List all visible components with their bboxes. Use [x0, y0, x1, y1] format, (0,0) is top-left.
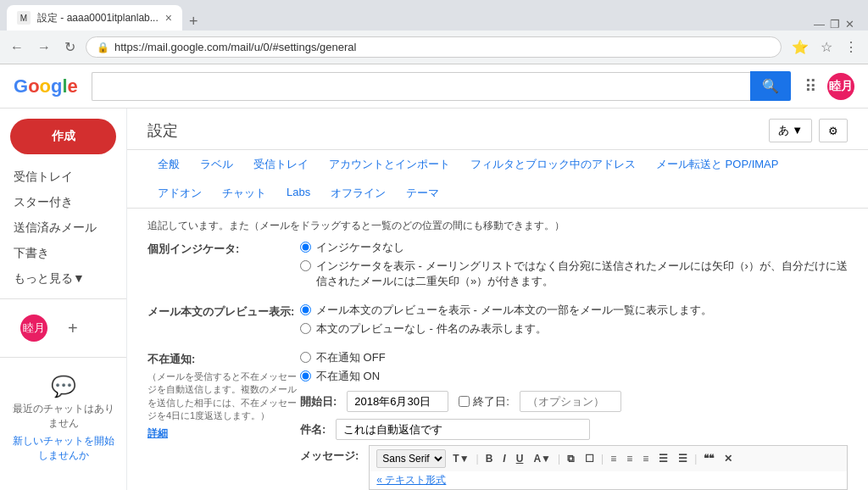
toolbar-sep-2: |: [558, 453, 560, 465]
tab-offline[interactable]: オフライン: [320, 179, 396, 208]
browser-nav: ← → ↻ 🔒 https://mail.google.com/mail/u/0…: [0, 31, 868, 64]
font-color-btn[interactable]: A▼: [530, 451, 554, 466]
address-bar[interactable]: 🔒 https://mail.google.com/mail/u/0/#sett…: [86, 36, 782, 58]
sidebar-item-inbox[interactable]: 受信トレイ: [0, 164, 126, 190]
end-date-checkbox[interactable]: [459, 396, 470, 407]
sidebar-item-drafts[interactable]: 下書き: [0, 241, 126, 266]
preview-row: メール本文のプレビュー表示: メール本文のプレビューを表示 - メール本文の一部…: [147, 303, 848, 337]
indicator-option-none[interactable]: インジケータなし: [300, 240, 848, 255]
bold-btn[interactable]: B: [482, 451, 497, 466]
sidebar-user-avatar: 睦月: [20, 315, 47, 342]
subject-label: 件名:: [300, 422, 326, 437]
indent-btn[interactable]: ☰: [655, 451, 671, 466]
gmail-header: Google 🔍 ⠿ 睦月: [0, 64, 868, 109]
format-link-row: « テキスト形式: [369, 471, 848, 489]
new-tab-button[interactable]: +: [189, 13, 198, 31]
settings-header: 設定 あ ▼ ⚙: [127, 109, 868, 150]
settings-title: 設定: [147, 120, 178, 141]
tab-inbox[interactable]: 受信トレイ: [243, 150, 319, 179]
underline-btn[interactable]: U: [513, 451, 527, 466]
tab-accounts[interactable]: アカウントとインポート: [319, 150, 460, 179]
vacation-off[interactable]: 不在通知 OFF: [300, 350, 848, 365]
preview-options: メール本文のプレビューを表示 - メール本文の一部をメール一覧に表示します。 本…: [300, 303, 848, 337]
message-section: メッセージ: Sans Serif T▼ | B: [300, 445, 848, 490]
chat-empty-text: 最近のチャットはありません: [10, 402, 116, 431]
reload-button[interactable]: ↻: [61, 36, 79, 58]
vacation-settings: 不在通知 OFF 不在通知 ON 開始日:: [300, 350, 848, 490]
compose-button[interactable]: 作成: [10, 119, 116, 154]
ordered-list-btn[interactable]: ≡: [639, 451, 652, 466]
tab-title: 設定 - aaaa0001itplanlab...: [37, 11, 159, 25]
tab-filters[interactable]: フィルタとブロック中のアドレス: [460, 150, 646, 179]
tab-labs[interactable]: Labs: [276, 179, 320, 208]
close-window-btn[interactable]: ✕: [845, 18, 854, 31]
sidebar-item-more[interactable]: もっと見る▼: [0, 266, 126, 292]
indicator-options: インジケータなし インジケータを表示 - メーリングリストではなく自分宛に送信さ…: [300, 240, 848, 289]
add-account-btn[interactable]: +: [58, 315, 88, 342]
search-button[interactable]: 🔍: [750, 71, 791, 101]
unordered-list-btn[interactable]: ≡: [623, 451, 636, 466]
sidebar-item-sent[interactable]: 送信済みメール: [0, 215, 126, 241]
apps-icon[interactable]: ⠿: [804, 76, 817, 97]
search-input[interactable]: [92, 72, 750, 101]
italic-btn[interactable]: I: [499, 451, 509, 466]
tab-theme[interactable]: テーマ: [396, 179, 449, 208]
url-text: https://mail.google.com/mail/u/0/#settin…: [114, 41, 771, 53]
tab-addons[interactable]: アドオン: [147, 179, 212, 208]
preview-option-show[interactable]: メール本文のプレビューを表示 - メール本文の一部をメール一覧に表示します。: [300, 303, 848, 318]
sidebar: 作成 受信トレイ スター付き 送信済みメール 下書き もっと見る▼ 睦月: [0, 109, 127, 490]
sidebar-user[interactable]: 睦月: [10, 309, 58, 347]
vacation-on[interactable]: 不在通知 ON: [300, 369, 848, 384]
preview-option-hide[interactable]: 本文のプレビューなし - 件名のみ表示します。: [300, 321, 848, 337]
google-logo: Google: [14, 75, 78, 97]
back-button[interactable]: ←: [7, 36, 27, 58]
align-left-btn[interactable]: ≡: [607, 451, 620, 466]
image-btn[interactable]: ☐: [581, 451, 598, 466]
extensions-btn[interactable]: ⭐: [788, 36, 812, 58]
nav-right: ⭐ ☆ ⋮: [788, 36, 861, 58]
message-label: メッセージ:: [300, 448, 359, 464]
remove-format-btn[interactable]: ✕: [721, 451, 736, 466]
settings-tabs: 全般 ラベル 受信トレイ アカウントとインポート フィルタとブロック中のアドレス…: [127, 150, 868, 209]
vacation-date-row: 開始日: 終了日:: [300, 391, 848, 412]
menu-btn[interactable]: ⋮: [841, 36, 861, 58]
tab-bar: M 設定 - aaaa0001itplanlab... × + — ❐ ✕: [0, 0, 868, 31]
forward-button[interactable]: →: [34, 36, 54, 58]
sidebar-item-starred[interactable]: スター付き: [0, 190, 126, 215]
link-btn[interactable]: ⧉: [564, 451, 578, 466]
text-format-link[interactable]: « テキスト形式: [376, 474, 446, 486]
vacation-row: 不在通知: （メールを受信すると不在メッセージを自動送信します。複数のメールを送…: [147, 350, 848, 490]
indicator-option-show[interactable]: インジケータを表示 - メーリングリストではなく自分宛に送信されたメールには矢印…: [300, 259, 848, 289]
restore-btn[interactable]: ❐: [830, 18, 840, 31]
user-avatar[interactable]: 睦月: [827, 73, 854, 100]
indicator-label: 個別インジケータ:: [147, 240, 300, 257]
language-btn[interactable]: あ ▼: [769, 119, 812, 142]
subject-input[interactable]: [336, 419, 590, 440]
outdent-btn[interactable]: ☰: [675, 451, 691, 466]
bookmark-btn[interactable]: ☆: [817, 36, 836, 58]
settings-main-content: 追記しています。また（メールをドラッグすると一覧のどの位置の間にも移動できます。…: [127, 209, 868, 490]
tab-general[interactable]: 全般: [147, 150, 190, 179]
subject-row: 件名:: [300, 419, 848, 440]
gear-btn[interactable]: ⚙: [819, 119, 848, 142]
browser-chrome: M 設定 - aaaa0001itplanlab... × + — ❐ ✕ ← …: [0, 0, 868, 64]
quote-btn[interactable]: ❝❝: [700, 451, 717, 466]
font-size-btn[interactable]: T▼: [449, 451, 472, 466]
font-select[interactable]: Sans Serif: [376, 449, 446, 468]
active-tab[interactable]: M 設定 - aaaa0001itplanlab... ×: [7, 5, 182, 31]
settings-content-area: 設定 あ ▼ ⚙ 全般 ラベル 受信トレイ アカウントとインポート フィルタとブ…: [127, 109, 868, 490]
individual-indicator-row: 個別インジケータ: インジケータなし インジケータを表示 - メーリングリストで…: [147, 240, 848, 289]
tab-labels[interactable]: ラベル: [190, 150, 243, 179]
new-chat-text[interactable]: 新しいチャットを開始しませんか: [10, 434, 116, 463]
start-date-input[interactable]: [347, 391, 448, 412]
tab-chat[interactable]: チャット: [212, 179, 276, 208]
toolbar-sep-1: |: [476, 453, 479, 465]
vacation-options: 不在通知 OFF 不在通知 ON: [300, 350, 848, 384]
end-date-input[interactable]: [520, 391, 621, 412]
end-date-label: 終了日:: [473, 394, 509, 409]
minimize-btn[interactable]: —: [814, 18, 825, 31]
tab-forwarding[interactable]: メール転送と POP/IMAP: [646, 150, 788, 179]
vacation-detail-link[interactable]: 詳細: [147, 427, 168, 439]
search-bar: 🔍: [92, 71, 791, 101]
tab-close-btn[interactable]: ×: [165, 11, 172, 25]
